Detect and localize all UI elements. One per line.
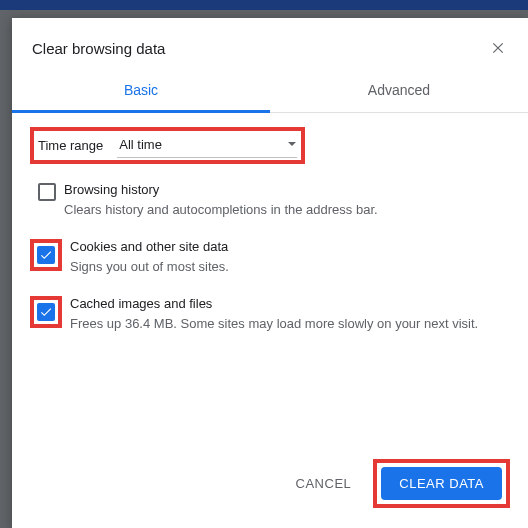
option-title: Cookies and other site data — [70, 239, 510, 254]
time-range-row: Time range All time — [30, 127, 305, 164]
time-range-label: Time range — [38, 138, 103, 153]
checkbox-browsing-history[interactable] — [38, 183, 56, 201]
option-title: Browsing history — [64, 182, 510, 197]
time-range-value: All time — [119, 137, 287, 152]
clear-browsing-data-dialog: Clear browsing data Basic Advanced Time … — [12, 18, 528, 528]
check-icon — [39, 305, 53, 319]
checkbox-cached[interactable] — [37, 303, 55, 321]
dropdown-arrow-icon — [287, 135, 297, 153]
option-cookies: Cookies and other site data Signs you ou… — [30, 239, 510, 276]
dialog-title: Clear browsing data — [32, 40, 488, 57]
dialog-footer: CANCEL CLEAR DATA — [12, 445, 528, 528]
option-desc: Clears history and autocompletions in th… — [64, 201, 510, 219]
check-icon — [39, 248, 53, 262]
option-cached: Cached images and files Frees up 36.4 MB… — [30, 296, 510, 333]
clear-data-button[interactable]: CLEAR DATA — [381, 467, 502, 500]
option-desc: Signs you out of most sites. — [70, 258, 510, 276]
option-title: Cached images and files — [70, 296, 510, 311]
tab-basic[interactable]: Basic — [12, 70, 270, 112]
tabs: Basic Advanced — [12, 70, 528, 113]
close-icon — [491, 41, 505, 55]
close-button[interactable] — [488, 38, 508, 58]
cancel-button[interactable]: CANCEL — [284, 468, 364, 499]
checkbox-cookies[interactable] — [37, 246, 55, 264]
option-browsing-history: Browsing history Clears history and auto… — [30, 182, 510, 219]
option-desc: Frees up 36.4 MB. Some sites may load mo… — [70, 315, 510, 333]
time-range-select[interactable]: All time — [117, 133, 297, 158]
tab-advanced[interactable]: Advanced — [270, 70, 528, 112]
